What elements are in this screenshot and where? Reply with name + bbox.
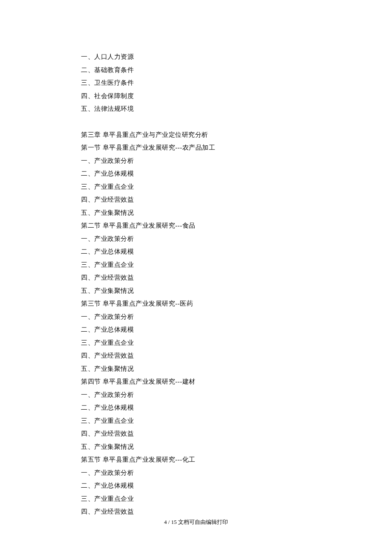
toc-line: 四、社会保障制度 <box>81 90 311 103</box>
toc-line: 二、产业总体规模 <box>81 323 311 336</box>
toc-line: 四、产业经营效益 <box>81 427 311 440</box>
toc-line: 三、产业重点企业 <box>81 336 311 350</box>
toc-line: 三、卫生医疗条件 <box>81 76 311 90</box>
toc-line: 三、产业重点企业 <box>81 258 311 272</box>
toc-section-heading: 第三节 阜平县重点产业发展研究--医药 <box>81 297 311 310</box>
document-page: 一、人口人力资源 二、基础教育条件 三、卫生医疗条件 四、社会保障制度 五、法律… <box>0 0 392 518</box>
toc-line: 二、产业总体规模 <box>81 245 311 258</box>
toc-line: 四、产业经营效益 <box>81 505 311 518</box>
toc-line: 一、产业政策分析 <box>81 388 311 402</box>
toc-section-heading: 第五节 阜平县重点产业发展研究---化工 <box>81 453 311 466</box>
toc-line: 二、产业总体规模 <box>81 401 311 414</box>
toc-line: 四、产业经营效益 <box>81 349 311 362</box>
toc-line: 三、产业重点企业 <box>81 414 311 428</box>
toc-line: 三、产业重点企业 <box>81 492 311 506</box>
toc-line: 四、产业经营效益 <box>81 271 311 284</box>
toc-line: 二、产业总体规模 <box>81 479 311 492</box>
toc-line: 五、产业集聚情况 <box>81 284 311 298</box>
toc-line: 三、产业重点企业 <box>81 180 311 194</box>
toc-line: 一、产业政策分析 <box>81 154 311 168</box>
toc-line: 四、产业经营效益 <box>81 193 311 206</box>
toc-line: 一、人口人力资源 <box>81 50 311 64</box>
toc-line: 一、产业政策分析 <box>81 232 311 246</box>
toc-line: 一、产业政策分析 <box>81 466 311 480</box>
toc-line: 五、产业集聚情况 <box>81 440 311 454</box>
toc-section-heading: 第四节 阜平县重点产业发展研究---建材 <box>81 375 311 388</box>
toc-chapter-heading: 第三章 阜平县重点产业与产业定位研究分析 <box>81 128 311 142</box>
toc-line: 二、基础教育条件 <box>81 64 311 77</box>
toc-section-heading: 第二节 阜平县重点产业发展研究---食品 <box>81 219 311 232</box>
toc-line: 一、产业政策分析 <box>81 310 311 324</box>
toc-line: 五、产业集聚情况 <box>81 362 311 376</box>
toc-line: 二、产业总体规模 <box>81 167 311 180</box>
page-footer: 4 / 15 文档可自由编辑打印 <box>0 518 392 526</box>
blank-line <box>81 116 311 128</box>
toc-line: 五、产业集聚情况 <box>81 206 311 220</box>
toc-line: 五、法律法规环境 <box>81 102 311 116</box>
toc-section-heading: 第一节 阜平县重点产业发展研究---农产品加工 <box>81 141 311 154</box>
